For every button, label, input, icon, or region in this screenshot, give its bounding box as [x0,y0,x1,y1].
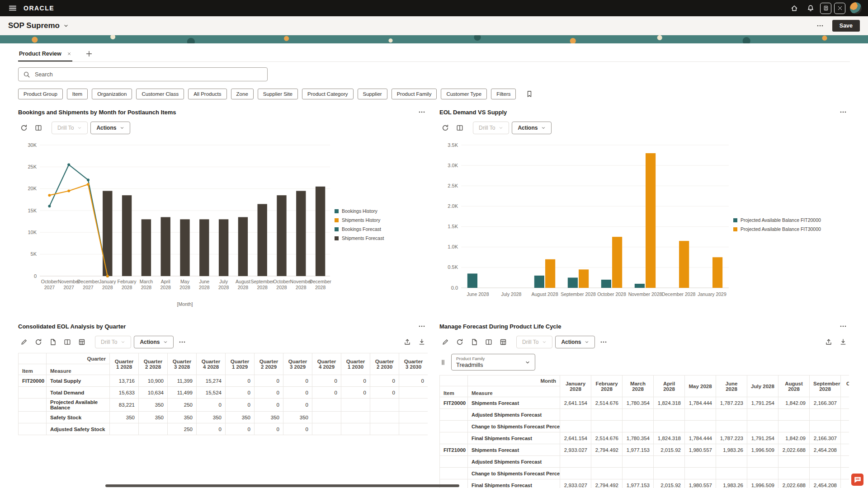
value-cell[interactable]: 1,983.26 [716,479,747,488]
value-cell[interactable]: 0 [255,375,283,387]
upload-button[interactable] [823,336,835,348]
column-header[interactable]: October 2028 [841,375,849,397]
layout-toggle-button[interactable] [61,336,73,348]
title-chevron-down-icon[interactable] [63,23,69,28]
value-cell[interactable] [810,468,841,479]
panel-overflow-button[interactable] [837,106,849,118]
value-cell[interactable] [841,456,849,468]
value-cell[interactable] [341,412,370,423]
value-cell[interactable]: 2,454.208 [810,444,841,456]
value-cell[interactable]: 1,983.26 [716,444,747,456]
column-header[interactable]: Quarter 1 2030 [341,353,370,375]
value-cell[interactable] [341,423,370,435]
value-cell[interactable] [591,468,623,479]
home-button[interactable] [788,1,801,15]
value-cell[interactable] [370,423,399,435]
layout-toggle-button[interactable] [33,122,44,134]
value-cell[interactable]: 1,980.557 [685,479,716,488]
value-cell[interactable] [399,423,428,435]
column-header[interactable]: Quarter 4 2029 [312,353,341,375]
column-header[interactable]: Quarter 2 2028 [139,353,168,375]
value-cell[interactable]: 1,787.223 [716,397,747,409]
value-cell[interactable] [810,456,841,468]
refresh-button[interactable] [33,336,44,348]
value-cell[interactable] [654,456,685,468]
value-cell[interactable]: 1,842.09 [778,432,810,444]
grid-view-button[interactable] [76,336,88,348]
value-cell[interactable] [341,399,370,412]
column-header[interactable]: May 2028 [685,375,716,397]
bookmark-button[interactable] [524,88,535,100]
value-cell[interactable] [841,421,849,432]
refresh-button[interactable] [18,122,30,134]
value-cell[interactable]: 1,824.318 [654,397,685,409]
filter-chip-customer-class[interactable]: Customer Class [136,89,184,99]
refresh-button[interactable] [454,336,466,348]
value-cell[interactable] [747,421,778,432]
toolbar-overflow-button[interactable] [598,336,609,348]
value-cell[interactable]: 1,791.254 [747,397,778,409]
value-cell[interactable]: 0 [255,387,283,399]
value-cell[interactable]: 0 [341,375,370,387]
value-cell[interactable]: 0 [283,375,312,387]
column-header[interactable]: Quarter 1 2029 [226,353,255,375]
value-cell[interactable]: 2,514.676 [591,432,623,444]
chat-button[interactable] [851,474,863,486]
refresh-button[interactable] [439,122,451,134]
value-cell[interactable]: 2,514.676 [591,397,623,409]
value-cell[interactable] [312,412,341,423]
tab-product-review[interactable]: Product Review [18,46,72,61]
filter-chip-supplier[interactable]: Supplier [358,89,387,99]
value-cell[interactable] [747,456,778,468]
column-header[interactable]: Quarter 3 2029 [283,353,312,375]
download-button[interactable] [837,336,849,348]
value-cell[interactable]: 350 [226,412,255,423]
value-cell[interactable]: 250 [168,423,197,435]
tasks-button[interactable] [820,3,831,14]
value-cell[interactable] [654,409,685,421]
value-cell[interactable]: 11,399 [168,375,197,387]
value-cell[interactable]: 0 [312,375,341,387]
value-cell[interactable]: 0 [370,375,399,387]
filter-chip-all-products[interactable]: All Products [188,89,226,99]
column-header[interactable]: January 2028 [560,375,591,397]
drag-handle-icon[interactable] [439,359,447,366]
value-cell[interactable] [110,423,139,435]
value-cell[interactable]: 350 [197,412,226,423]
value-cell[interactable] [716,468,747,479]
actions-button[interactable]: Actions [134,336,174,348]
layout-toggle-button[interactable] [483,336,495,348]
value-cell[interactable]: 350 [139,412,168,423]
value-cell[interactable]: 2,641.154 [560,397,591,409]
value-cell[interactable]: 83,221 [110,399,139,412]
value-cell[interactable] [716,456,747,468]
value-cell[interactable] [778,421,810,432]
value-cell[interactable] [685,421,716,432]
value-cell[interactable]: 2,454.208 [810,479,841,488]
value-cell[interactable] [747,468,778,479]
value-cell[interactable]: 0 [312,387,341,399]
value-cell[interactable]: 2,794.492 [591,479,623,488]
value-cell[interactable] [623,468,654,479]
value-cell[interactable] [654,421,685,432]
value-cell[interactable]: 250 [168,399,197,412]
value-cell[interactable] [370,412,399,423]
panel-overflow-button[interactable] [416,320,428,332]
column-header[interactable]: July 2028 [747,375,778,397]
value-cell[interactable] [685,468,716,479]
column-header[interactable]: June 2028 [716,375,747,397]
filter-chip-supplier-site[interactable]: Supplier Site [258,89,298,99]
upload-button[interactable] [401,336,413,348]
download-button[interactable] [416,336,428,348]
value-cell[interactable] [399,412,428,423]
actions-button[interactable]: Actions [555,336,595,348]
horizontal-scrollbar[interactable] [105,484,459,487]
value-cell[interactable]: 0 [197,399,226,412]
value-cell[interactable]: 13,716 [110,375,139,387]
filter-chip-product-family[interactable]: Product Family [392,89,437,99]
filter-chip-product-group[interactable]: Product Group [18,89,63,99]
value-cell[interactable]: 2,166.307 [810,397,841,409]
value-cell[interactable] [841,432,849,444]
value-cell[interactable] [841,444,849,456]
value-cell[interactable] [312,423,341,435]
